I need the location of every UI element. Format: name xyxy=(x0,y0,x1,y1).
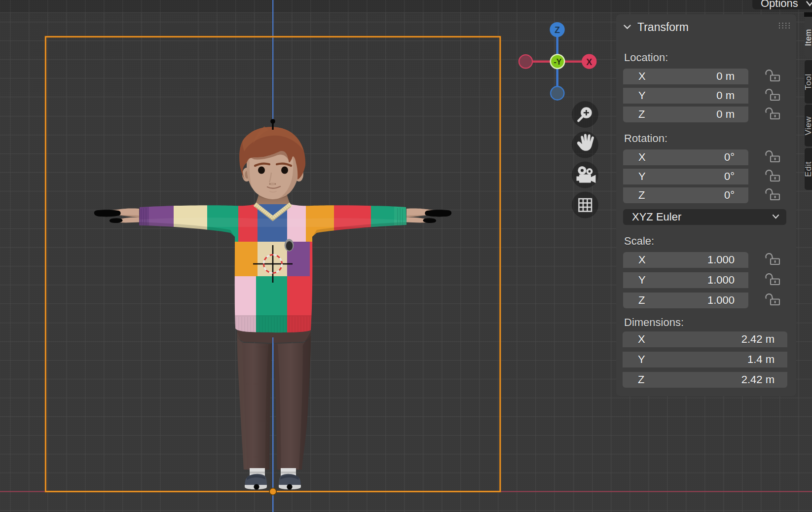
svg-text:Z: Z xyxy=(554,25,560,35)
svg-text:-Y: -Y xyxy=(554,58,561,66)
svg-text:X: X xyxy=(586,57,592,67)
